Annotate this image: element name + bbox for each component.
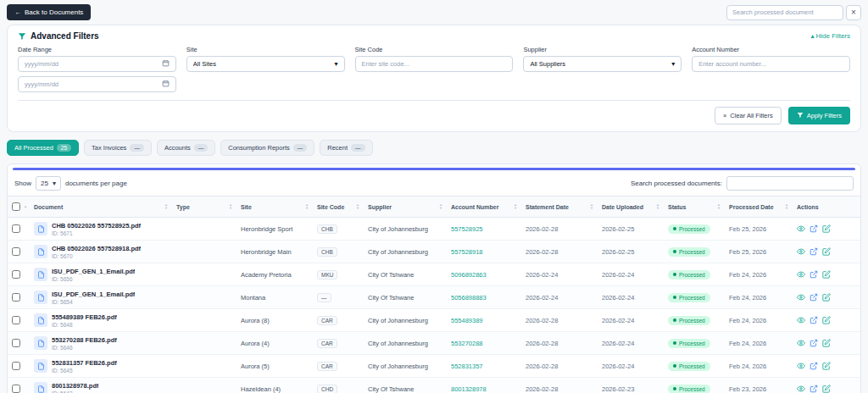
view-eye-icon[interactable]: [797, 270, 805, 279]
account-number-placeholder: Enter account number...: [698, 60, 766, 68]
tab-consumption-reports[interactable]: Consumption Reports —: [220, 140, 314, 156]
page-size-select[interactable]: 25 ▾: [36, 176, 61, 191]
external-link-icon[interactable]: [810, 316, 818, 324]
apply-filters-button[interactable]: Apply Filters: [788, 107, 850, 125]
edit-pencil-icon[interactable]: [822, 339, 831, 347]
site-cell: Academy Pretoria: [236, 268, 313, 282]
tabs: All Processed 25 Tax Invoices — Accounts…: [7, 140, 861, 156]
supplier-select[interactable]: All Suppliers ▾: [523, 56, 682, 72]
status-badge: Processed: [668, 362, 710, 371]
external-link-icon[interactable]: [810, 270, 818, 279]
document-name[interactable]: 8001328978.pdf: [52, 382, 98, 390]
document-name[interactable]: CHB 05022026 557528925.pdf: [52, 222, 141, 230]
edit-pencil-icon[interactable]: [822, 247, 831, 256]
document-name[interactable]: CHB 05022026 557528918.pdf: [52, 245, 141, 252]
document-name[interactable]: ISU_PDF_GEN_1_Email.pdf: [52, 291, 135, 298]
header-site[interactable]: Site▲▼: [236, 197, 313, 216]
external-link-icon[interactable]: [810, 224, 818, 233]
site-cell: Aurora (5): [236, 359, 313, 374]
row-checkbox[interactable]: [12, 224, 20, 233]
statement-date-cell: 2026-02-24: [521, 291, 598, 305]
view-eye-icon[interactable]: [797, 385, 805, 393]
edit-pencil-icon[interactable]: [822, 270, 831, 279]
back-to-documents-button[interactable]: ← Back to Documents: [7, 4, 91, 20]
tab-badge: —: [351, 144, 365, 152]
tab-accounts[interactable]: Accounts —: [157, 140, 215, 156]
status-dot-icon: [673, 296, 676, 299]
account-number-cell: 557528918: [447, 245, 521, 259]
document-id: ID: 5654: [52, 299, 135, 305]
account-number-field: Account Number Enter account number...: [692, 46, 850, 92]
status-badge: Processed: [668, 385, 710, 393]
date-from-input[interactable]: yyyy/mm/dd: [18, 56, 176, 72]
view-eye-icon[interactable]: [797, 362, 805, 370]
header-type[interactable]: Type▲▼: [172, 197, 236, 216]
sort-icon: ▲▼: [514, 203, 517, 210]
view-eye-icon[interactable]: [797, 224, 805, 233]
horizontal-scrollbar[interactable]: [13, 168, 855, 170]
actions-cell: [793, 335, 860, 351]
row-checkbox[interactable]: [12, 247, 20, 256]
close-search-button[interactable]: ×: [846, 5, 861, 20]
header-account-number[interactable]: Account Number▲▼: [447, 197, 521, 216]
document-name[interactable]: 555489389 FEB26.pdf: [52, 313, 117, 321]
header-status[interactable]: Status▲▼: [664, 197, 725, 216]
type-cell: [172, 225, 236, 232]
header-statement-date[interactable]: Statement Date▲▼: [521, 197, 598, 216]
table-row: 8001328978.pdf ID: 5643 Hazeldean (4) CH…: [8, 378, 860, 393]
document-name[interactable]: 553270288 FEB26.pdf: [52, 336, 117, 344]
row-checkbox[interactable]: [12, 362, 20, 370]
chevron-down-icon: ▾: [53, 180, 56, 187]
filter-funnel-icon: [797, 112, 804, 120]
header-document[interactable]: Document▲▼: [30, 197, 172, 216]
document-name[interactable]: 552831357 FEB26.pdf: [52, 359, 117, 367]
actions-cell: [793, 290, 860, 305]
filters-title-label: Advanced Filters: [31, 31, 99, 41]
site-field: Site All Sites ▾: [186, 46, 345, 92]
edit-pencil-icon[interactable]: [822, 224, 831, 233]
header-processed-date[interactable]: Processed Date▲▼: [725, 197, 793, 216]
external-link-icon[interactable]: [810, 362, 818, 370]
view-eye-icon[interactable]: [797, 339, 805, 347]
document-name[interactable]: ISU_PDF_GEN_1_Email.pdf: [52, 268, 135, 275]
row-checkbox[interactable]: [12, 385, 20, 393]
date-to-input[interactable]: yyyy/mm/dd: [18, 76, 176, 92]
site-select-value: All Sites: [193, 60, 216, 68]
view-eye-icon[interactable]: [797, 247, 805, 256]
row-checkbox[interactable]: [12, 293, 20, 302]
row-checkbox[interactable]: [12, 316, 20, 324]
view-eye-icon[interactable]: [797, 293, 805, 302]
header-site-code[interactable]: Site Code▲▼: [313, 197, 364, 216]
top-search-input[interactable]: [726, 5, 843, 20]
edit-pencil-icon[interactable]: [822, 293, 831, 302]
external-link-icon[interactable]: [810, 339, 818, 347]
external-link-icon[interactable]: [810, 293, 818, 302]
account-number-input[interactable]: Enter account number...: [692, 56, 850, 72]
status-badge: Processed: [668, 316, 710, 325]
site-select[interactable]: All Sites ▾: [186, 56, 345, 72]
select-all-checkbox[interactable]: [12, 202, 20, 211]
table-row: 553270288 FEB26.pdf ID: 5646 Aurora (4) …: [8, 332, 860, 355]
supplier-select-value: All Suppliers: [530, 60, 565, 68]
date-uploaded-cell: 2026-02-24: [598, 291, 664, 305]
row-checkbox[interactable]: [12, 270, 20, 279]
type-cell: [172, 363, 236, 369]
table-search-input[interactable]: [726, 176, 854, 191]
status-label: Processed: [679, 226, 705, 232]
site-code-input[interactable]: Enter site code...: [355, 56, 514, 72]
clear-all-filters-button[interactable]: × Clear All Filters: [715, 107, 782, 125]
edit-pencil-icon[interactable]: [822, 316, 831, 324]
edit-pencil-icon[interactable]: [822, 362, 831, 370]
hide-filters-link[interactable]: ▴ Hide Filters: [811, 32, 850, 40]
statement-date-cell: 2026-02-24: [521, 268, 598, 282]
view-eye-icon[interactable]: [797, 316, 805, 324]
tab-all-processed[interactable]: All Processed 25: [7, 140, 79, 156]
external-link-icon[interactable]: [810, 247, 818, 256]
edit-pencil-icon[interactable]: [822, 385, 831, 393]
tab-tax-invoices[interactable]: Tax Invoices —: [84, 140, 152, 156]
external-link-icon[interactable]: [810, 385, 818, 393]
header-supplier[interactable]: Supplier▲▼: [364, 197, 447, 216]
header-date-uploaded[interactable]: Date Uploaded▲▼: [598, 197, 664, 216]
tab-recent[interactable]: Recent —: [320, 140, 372, 156]
row-checkbox[interactable]: [12, 339, 20, 347]
